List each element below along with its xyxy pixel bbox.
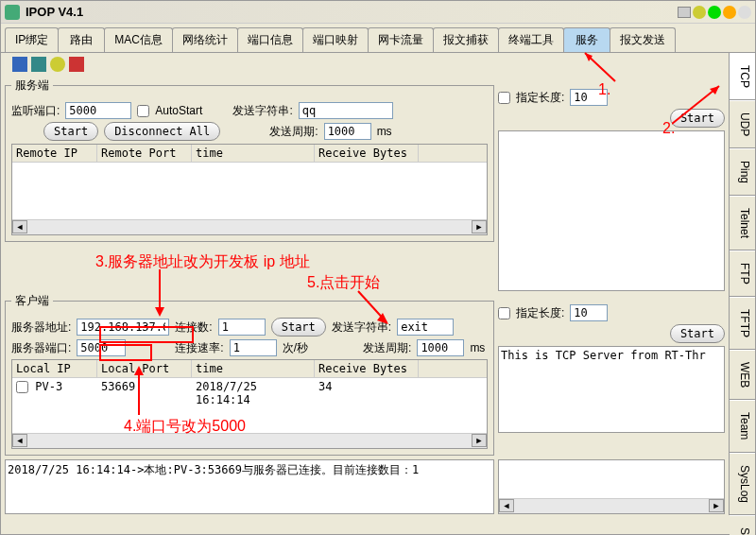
listen-port-input[interactable]: [65, 102, 131, 119]
client-send-start-button[interactable]: Start: [670, 324, 725, 343]
scroll-left-icon[interactable]: ◄: [12, 220, 27, 233]
row-time: 2018/7/25 16:14:14: [192, 378, 315, 408]
flag-icon[interactable]: [69, 57, 84, 72]
server-port-input[interactable]: [77, 339, 126, 356]
client-output[interactable]: This is TCP Server from RT-Thr: [498, 346, 725, 433]
side-tab-team[interactable]: Team: [730, 400, 755, 452]
scroll-right-icon[interactable]: ►: [709, 499, 724, 512]
client-send-str-input[interactable]: [397, 319, 454, 336]
window-title: IPOP V4.1: [26, 5, 678, 19]
scroll-left-icon[interactable]: ◄: [499, 499, 514, 512]
titlebar-button[interactable]: [738, 6, 751, 19]
th-local-ip[interactable]: Local IP: [12, 360, 97, 377]
server-fixedlen-label: 指定长度:: [516, 90, 564, 106]
list-icon[interactable]: [31, 57, 46, 72]
side-tab-tcp[interactable]: TCP: [730, 53, 755, 100]
toolbar: [5, 53, 725, 76]
app-icon: [5, 5, 20, 20]
tab-terminal[interactable]: 终端工具: [498, 27, 564, 52]
tab-mac[interactable]: MAC信息: [104, 27, 173, 52]
client-table-body[interactable]: PV-3 53669 2018/7/25 16:14:14 34: [12, 378, 487, 433]
side-tab-ftp[interactable]: FTP: [730, 250, 755, 297]
autostart-label: AutoStart: [155, 104, 202, 117]
th-remote-ip[interactable]: Remote IP: [12, 145, 97, 162]
th-recv-bytes-c[interactable]: Receive Bytes: [315, 360, 419, 377]
th-recv-bytes[interactable]: Receive Bytes: [315, 145, 419, 162]
scrollbar[interactable]: ◄ ►: [12, 219, 487, 234]
server-send-start-button[interactable]: Start: [670, 109, 725, 128]
save-icon[interactable]: [12, 57, 27, 72]
client-start-button[interactable]: Start: [271, 318, 326, 337]
server-start-button[interactable]: Start: [43, 122, 98, 141]
tab-netstat[interactable]: 网络统计: [172, 27, 238, 52]
circle-icon[interactable]: [50, 57, 65, 72]
server-fixedlen-input[interactable]: [570, 89, 608, 106]
server-fixedlen-checkbox[interactable]: [498, 92, 510, 104]
table-row[interactable]: PV-3 53669 2018/7/25 16:14:14 34: [12, 378, 487, 408]
send-str-label: 发送字符串:: [232, 103, 292, 119]
main-tabs: IP绑定 路由 MAC信息 网络统计 端口信息 端口映射 网卡流量 报文捕获 终…: [1, 24, 755, 53]
th-local-port[interactable]: Local Port: [97, 360, 192, 377]
row-checkbox[interactable]: [16, 381, 28, 393]
scroll-left-icon[interactable]: ◄: [12, 434, 27, 447]
th-remote-port[interactable]: Remote Port: [97, 145, 192, 162]
listen-port-label: 监听端口:: [11, 103, 60, 119]
tab-capture[interactable]: 报文捕获: [433, 27, 499, 52]
send-period-label: 发送周期:: [269, 124, 318, 140]
side-tabs: TCP UDP Ping Telnet FTP TFTP WEB Team Sy…: [729, 53, 755, 515]
scrollbar[interactable]: ◄ ►: [12, 433, 487, 448]
server-table-body[interactable]: [12, 163, 487, 219]
side-tab-web[interactable]: WEB: [730, 350, 755, 400]
tab-ip-bind[interactable]: IP绑定: [5, 27, 59, 52]
tab-nic-traffic[interactable]: 网卡流量: [368, 27, 434, 52]
conn-rate-input[interactable]: [230, 339, 277, 356]
tab-send[interactable]: 报文发送: [610, 27, 676, 52]
side-tab-tftp[interactable]: TFTP: [730, 297, 755, 350]
log-box[interactable]: 2018/7/25 16:14:14->本地:PV-3:53669与服务器已连接…: [5, 459, 494, 514]
server-addr-label: 服务器地址:: [11, 319, 71, 336]
client-legend: 客户端: [11, 293, 53, 309]
server-output[interactable]: [498, 130, 725, 291]
client-output-2[interactable]: ◄ ►: [498, 459, 725, 514]
conn-count-input[interactable]: [218, 319, 266, 336]
send-str-input[interactable]: [299, 102, 393, 119]
row-ip: PV-3: [35, 380, 62, 393]
row-port: 53669: [97, 378, 192, 408]
scroll-right-icon[interactable]: ►: [472, 220, 487, 233]
server-legend: 服务端: [11, 78, 53, 94]
titlebar-button[interactable]: [708, 6, 721, 19]
send-period-input[interactable]: [324, 123, 371, 140]
th-time-c[interactable]: time: [192, 360, 315, 377]
server-port-label: 服务器端口:: [11, 340, 71, 356]
side-tab-ping[interactable]: Ping: [730, 148, 755, 196]
autostart-checkbox[interactable]: [137, 105, 149, 117]
server-fieldset: 服务端 监听端口: AutoStart 发送字符串: Sta: [5, 78, 494, 242]
tab-port-info[interactable]: 端口信息: [237, 27, 303, 52]
titlebar-button[interactable]: [723, 6, 736, 19]
side-tab-snmp[interactable]: SNMP: [730, 515, 755, 535]
title-controls: [678, 6, 751, 19]
tab-service[interactable]: 服务: [563, 27, 610, 52]
send-period-unit: ms: [377, 125, 392, 138]
titlebar: IPOP V4.1: [1, 1, 755, 24]
tab-port-map[interactable]: 端口映射: [302, 27, 369, 52]
server-addr-input[interactable]: [77, 319, 169, 336]
tab-route[interactable]: 路由: [58, 27, 105, 52]
client-send-period-label: 发送周期:: [363, 340, 411, 356]
server-table: Remote IP Remote Port time Receive Bytes…: [11, 144, 488, 235]
conn-count-label: 连接数:: [175, 319, 212, 336]
th-time[interactable]: time: [192, 145, 315, 162]
client-fixedlen-checkbox[interactable]: [498, 307, 510, 319]
client-fixedlen-label: 指定长度:: [516, 305, 564, 321]
side-tab-telnet[interactable]: Telnet: [730, 196, 755, 250]
client-fixedlen-input[interactable]: [570, 304, 608, 321]
client-send-period-input[interactable]: [417, 339, 464, 356]
titlebar-button[interactable]: [693, 6, 706, 19]
side-tab-syslog[interactable]: SysLog: [730, 453, 755, 515]
titlebar-button[interactable]: [678, 7, 691, 18]
server-disconnect-button[interactable]: Disconnect All: [104, 122, 220, 141]
client-table: Local IP Local Port time Receive Bytes P…: [11, 359, 488, 449]
scroll-right-icon[interactable]: ►: [472, 434, 487, 447]
side-tab-udp[interactable]: UDP: [730, 100, 755, 148]
client-send-period-unit: ms: [470, 341, 485, 354]
